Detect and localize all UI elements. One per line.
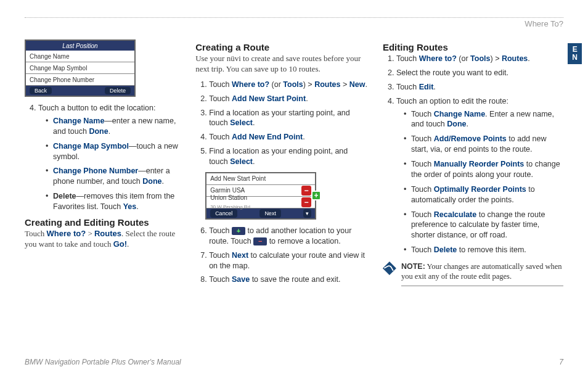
heading-creating-route: Creating a Route [195,42,368,52]
device-row: Change Map Symbol [26,62,134,74]
list-item: Touch Save to save the route and exit. [209,274,368,285]
bullet-item: Touch Change Name. Enter a new name, and… [405,109,563,130]
edit-location-steps: Touch a button to edit the location: Cha… [25,103,181,212]
intro-text: Touch Where to? > Routes. Select the rou… [25,229,181,250]
device-delete-button: Delete [105,87,131,94]
device-next-button: Next [259,209,281,218]
bullet-item: Change Map Symbol—touch a new symbol. [47,141,181,162]
note-text: NOTE: Your changes are automatically sav… [401,262,563,286]
note-icon [383,262,396,275]
device-last-position: Last Position Change Name Change Map Sym… [25,39,136,97]
device-row: Change Phone Number [26,74,134,86]
footer: BMW Navigation Portable Plus Owner's Man… [25,358,563,366]
bullet-item: Touch Recalculate to change the route pr… [405,210,563,241]
down-icon: ▾ [303,209,311,218]
list-item: Touch Edit. [396,82,563,93]
device-title: Last Position [26,41,134,51]
page-number: 7 [559,358,563,366]
create-route-steps: Touch Where to? (or Tools) > Routes > Ne… [195,80,368,286]
list-item: Touch Add New Start Point. [209,94,368,104]
device-back-button: Back [30,87,52,94]
column-right: Editing Routes Touch Where to? (or Tools… [383,37,563,289]
device-row: Change Name [26,51,134,62]
column-middle: Creating a Route Use your nüvi to create… [195,37,368,289]
edit-route-steps: Touch Where to? (or Tools) > Routes. Sel… [383,54,563,255]
heading-creating-editing-routes: Creating and Editing Routes [25,217,181,228]
device-row: Add New Start Point [206,173,315,185]
bullet-item: Delete—removes this item from the Favori… [47,191,181,212]
list-item: Find a location as your starting point, … [209,108,368,129]
footer-title: BMW Navigation Portable Plus Owner's Man… [25,358,181,366]
bullet-item: Touch Add/Remove Points to add new start… [405,134,563,155]
plus-icon: + [311,191,321,200]
intro-text: Use your nüvi to create and save routes … [195,54,368,75]
bullet-item: Change Name—enter a new name, and touch … [47,116,181,137]
add-icon [232,227,245,235]
list-item: Touch Add New End Point. [209,132,368,142]
language-tab: E N [568,43,582,64]
bullet-item: Touch Optimally Reorder Points to automa… [405,184,563,205]
remove-icon [253,237,267,245]
bullet-item: Change Phone Number—enter a phone number… [47,166,181,187]
list-item: Find a location as your ending point, an… [209,146,368,220]
list-item: Touch to add another location to your ro… [209,226,368,247]
device-row: Union Station30 W Pershing Rd − + [206,197,315,208]
column-left: Last Position Change Name Change Map Sym… [25,37,181,289]
minus-icon: − [301,197,311,207]
breadcrumb: Where To? [25,19,563,28]
list-item: Touch Where to? (or Tools) > Routes. [396,54,563,64]
top-rule [25,17,563,18]
minus-icon: − [301,186,311,196]
list-item: Touch Where to? (or Tools) > Routes > Ne… [209,80,368,90]
note-box: NOTE: Your changes are automatically sav… [383,262,563,286]
list-item: Select the route you want to edit. [396,68,563,78]
bullet-item: Touch Manually Reorder Points to change … [405,159,563,180]
list-item: Touch an option to edit the route: Touch… [396,96,563,255]
device-route-points: Add New Start Point Garmin USA− Union St… [205,172,316,220]
heading-editing-routes: Editing Routes [383,42,563,52]
bullet-item: Touch Delete to remove this item. [405,245,563,255]
list-item: Touch a button to edit the location: Cha… [38,103,181,212]
list-item: Touch Next to calculate your route and v… [209,250,368,271]
